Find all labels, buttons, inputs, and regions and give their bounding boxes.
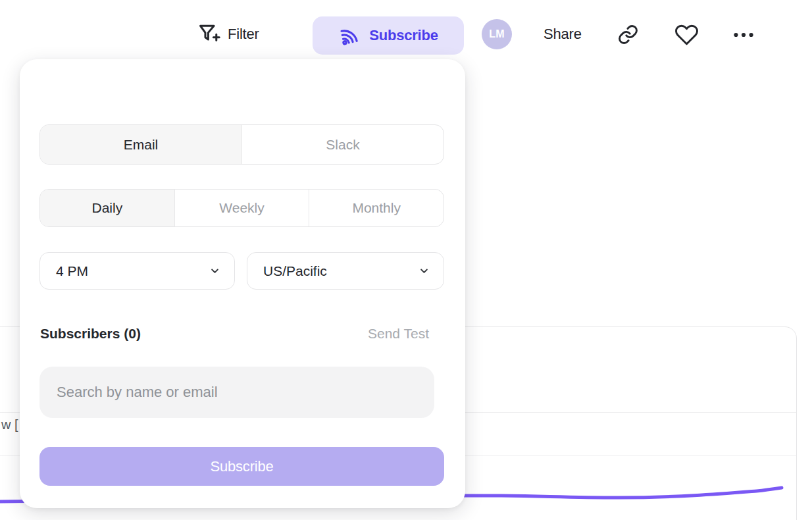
copy-link-button[interactable] bbox=[617, 24, 639, 45]
filter-button[interactable]: Filter bbox=[197, 20, 259, 49]
rss-icon bbox=[338, 24, 361, 47]
subscribe-toolbar-button[interactable]: Subscribe bbox=[313, 16, 464, 55]
ellipsis-icon bbox=[732, 26, 755, 43]
subscribe-toolbar-label: Subscribe bbox=[369, 27, 438, 44]
filter-plus-icon bbox=[197, 21, 222, 47]
channel-tabs: Email Slack bbox=[39, 124, 444, 165]
share-label: Share bbox=[544, 26, 582, 43]
tab-weekly[interactable]: Weekly bbox=[175, 190, 310, 226]
subscriber-search-input[interactable] bbox=[39, 367, 434, 418]
subscribers-count-label: Subscribers (0) bbox=[40, 326, 141, 342]
filter-label: Filter bbox=[228, 26, 259, 43]
avatar[interactable]: LM bbox=[482, 19, 512, 49]
share-button[interactable]: Share bbox=[544, 20, 582, 49]
chevron-down-icon bbox=[418, 265, 430, 277]
send-test-button[interactable]: Send Test bbox=[368, 326, 429, 342]
link-icon bbox=[617, 24, 639, 45]
favorite-button[interactable] bbox=[674, 22, 699, 47]
frequency-tabs: Daily Weekly Monthly bbox=[39, 189, 444, 227]
background-clipped-text: w [ bbox=[1, 417, 18, 432]
tab-email[interactable]: Email bbox=[40, 125, 242, 164]
time-select-value: 4 PM bbox=[56, 263, 88, 279]
tab-monthly[interactable]: Monthly bbox=[309, 190, 444, 226]
chevron-down-icon bbox=[209, 265, 221, 277]
timezone-select[interactable]: US/Pacific bbox=[247, 252, 444, 290]
avatar-initials: LM bbox=[489, 28, 505, 40]
subscribe-submit-button[interactable]: Subscribe bbox=[39, 447, 444, 486]
timezone-select-value: US/Pacific bbox=[263, 263, 327, 279]
tab-daily[interactable]: Daily bbox=[40, 190, 175, 226]
tab-slack[interactable]: Slack bbox=[242, 125, 444, 164]
more-options-button[interactable] bbox=[732, 26, 755, 43]
time-select[interactable]: 4 PM bbox=[39, 252, 235, 290]
page: w [ Filter Subscribe LM Share bbox=[0, 0, 812, 520]
create-subscription-modal: Create a Subscription Email Slack Daily … bbox=[20, 59, 465, 508]
heart-icon bbox=[674, 22, 699, 47]
